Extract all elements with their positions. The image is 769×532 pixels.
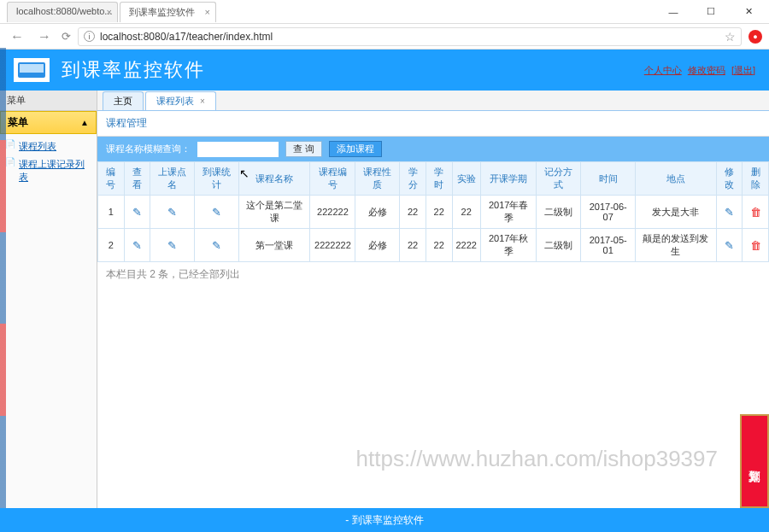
table-header: 编号 (98, 162, 125, 196)
cell-no: 1 (98, 196, 125, 229)
edit-icon[interactable]: ✎ (132, 239, 142, 252)
window-close-button[interactable]: ✕ (730, 0, 767, 24)
trash-icon[interactable]: 🗑 (750, 239, 761, 252)
search-label: 课程名称模糊查询： (106, 143, 191, 155)
window-maximize-button[interactable]: ☐ (692, 0, 730, 24)
content-tabs: 主页 课程列表 × (97, 91, 769, 111)
edit-icon[interactable]: ✎ (725, 239, 734, 252)
cell-code: 2222222 (310, 229, 355, 262)
extension-icon[interactable]: ● (748, 30, 762, 44)
cell-term: 2017年秋季 (480, 229, 536, 262)
site-info-icon[interactable]: i (84, 31, 95, 42)
rollcall-button[interactable]: ✎ (150, 196, 195, 229)
edit-icon[interactable]: ✎ (167, 206, 177, 219)
window-minimize-button[interactable]: — (655, 0, 692, 24)
cell-time: 2017-05-01 (581, 229, 636, 262)
address-bar: ← → ⟳ i localhost:8080/a17/teacher/index… (0, 24, 769, 50)
table-header: 课程编号 (310, 162, 355, 196)
table-header: 学时 (426, 162, 452, 196)
table-header: 学分 (400, 162, 426, 196)
table-header: 地点 (636, 162, 716, 196)
back-button[interactable]: ← (7, 29, 27, 44)
tab-label: 课程列表 (156, 96, 194, 106)
edit-icon[interactable]: ✎ (212, 206, 221, 219)
table-header: 开课学期 (480, 162, 536, 196)
svg-rect-1 (20, 64, 44, 73)
url-input[interactable]: i localhost:8080/a17/teacher/index.html … (78, 27, 742, 46)
stats-button[interactable]: ✎ (195, 196, 239, 229)
delete-button[interactable]: 🗑 (743, 229, 769, 262)
edit-icon[interactable]: ✎ (132, 206, 142, 219)
collapse-icon[interactable]: ▲ (80, 118, 89, 127)
browser-tab[interactable]: 到课率监控软件 × (120, 2, 216, 22)
close-icon[interactable]: × (107, 7, 112, 17)
edit-button[interactable]: ✎ (716, 229, 743, 262)
link-logout[interactable]: [退出] (731, 65, 755, 75)
close-icon[interactable]: × (200, 96, 205, 106)
browser-tab[interactable]: localhost:8080/webto... × (7, 2, 118, 22)
app-title: 到课率监控软件 (62, 57, 205, 83)
sidebar-panel-header[interactable]: 菜单 ▲ (0, 111, 97, 134)
sidebar: 菜单 菜单 ▲ 课程列表 课程上课记录列表 (0, 91, 97, 522)
cell-lab: 22 (452, 196, 480, 229)
edit-icon[interactable]: ✎ (167, 239, 177, 252)
table-row: 1✎✎✎这个是第二堂课222222必修2222222017年春季二级制2017-… (98, 196, 769, 229)
close-icon[interactable]: × (205, 7, 210, 17)
table-header: 记分方式 (537, 162, 581, 196)
cell-name: 这个是第二堂课 (238, 196, 310, 229)
cell-grade: 二级制 (537, 196, 581, 229)
stats-button[interactable]: ✎ (195, 229, 239, 262)
view-button[interactable]: ✎ (124, 229, 150, 262)
table-header: 实验 (452, 162, 480, 196)
edit-icon[interactable]: ✎ (212, 239, 221, 252)
tab-course-list[interactable]: 课程列表 × (145, 91, 216, 110)
table-summary: 本栏目共 2 条，已经全部列出 (97, 262, 769, 287)
app-header: 到课率监控软件 个人中心 修改密码 [退出] (0, 50, 769, 91)
link-profile[interactable]: 个人中心 (644, 65, 682, 75)
reload-button[interactable]: ⟳ (62, 30, 71, 43)
search-input[interactable] (197, 142, 279, 157)
table-header: 删除 (743, 162, 769, 196)
table-header: 时间 (581, 162, 636, 196)
cell-nature: 必修 (355, 229, 400, 262)
panel-title: 课程管理 (97, 111, 769, 137)
cell-lab: 2222 (452, 229, 480, 262)
rollcall-button[interactable]: ✎ (150, 229, 195, 262)
table-header: 上课点名 (150, 162, 195, 196)
main-content: 主页 课程列表 × 课程管理 课程名称模糊查询： 查 询 添加课程 编号查看上课… (97, 91, 769, 522)
table-header: 课程性质 (355, 162, 400, 196)
cell-grade: 二级制 (537, 229, 581, 262)
view-button[interactable]: ✎ (124, 196, 150, 229)
browser-tab-title: localhost:8080/webto... (16, 6, 113, 16)
cell-time: 2017-06-07 (581, 196, 636, 229)
taskbar-stripe (0, 48, 6, 508)
link-change-password[interactable]: 修改密码 (688, 65, 725, 75)
trash-icon[interactable]: 🗑 (750, 206, 761, 219)
table-header: 课程名称 (238, 162, 310, 196)
url-text: localhost:8080/a17/teacher/index.html (100, 31, 273, 43)
delete-button[interactable]: 🗑 (743, 196, 769, 229)
edit-icon[interactable]: ✎ (725, 206, 734, 219)
cell-no: 2 (98, 229, 125, 262)
footer-text: - 到课率监控软件 (345, 513, 423, 528)
table-header: 修改 (716, 162, 743, 196)
footer: - 到课率监控软件 (0, 508, 769, 532)
cell-name: 第一堂课 (238, 229, 310, 262)
forward-button[interactable]: → (34, 29, 55, 44)
sidebar-item-attendance-records[interactable]: 课程上课记录列表 (0, 155, 97, 186)
tab-home[interactable]: 主页 (103, 91, 144, 110)
edit-button[interactable]: ✎ (716, 196, 743, 229)
cell-place: 颠是的发送到发生 (636, 229, 716, 262)
cell-credit: 22 (400, 229, 426, 262)
table-header: 到课统计 (195, 162, 239, 196)
course-table: 编号查看上课点名到课统计课程名称课程编号课程性质学分学时实验开课学期记分方式时间… (97, 161, 769, 262)
search-bar: 课程名称模糊查询： 查 询 添加课程 (97, 137, 769, 161)
add-course-button[interactable]: 添加课程 (329, 141, 382, 157)
cell-code: 222222 (310, 196, 355, 229)
sidebar-title: 菜单 (0, 91, 97, 111)
header-links: 个人中心 修改密码 [退出] (641, 64, 755, 77)
promo-banner[interactable]: 聚划算 (740, 414, 769, 508)
query-button[interactable]: 查 询 (285, 141, 322, 157)
sidebar-item-course-list[interactable]: 课程列表 (0, 137, 97, 155)
bookmark-icon[interactable]: ☆ (725, 30, 736, 44)
